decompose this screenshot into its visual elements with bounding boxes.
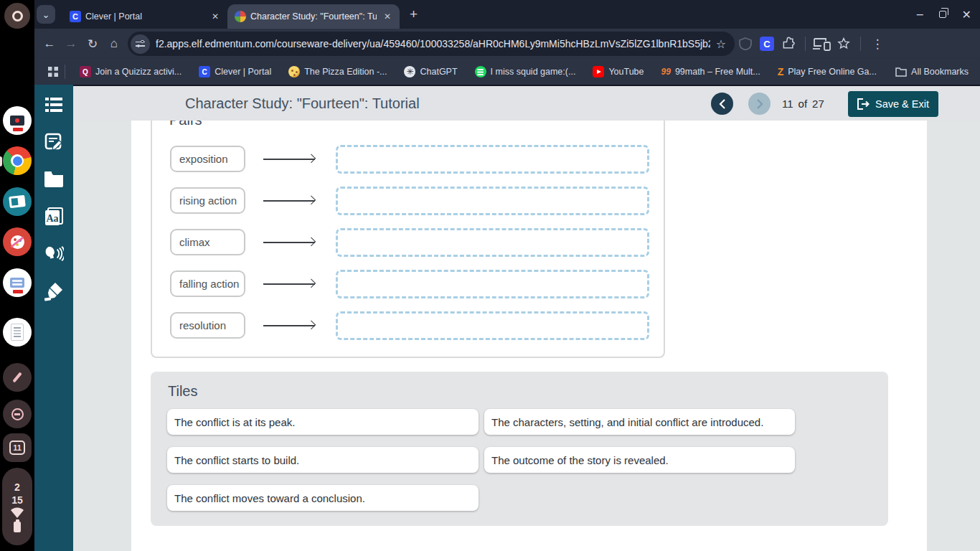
tab-close-icon[interactable]: ✕ — [381, 10, 394, 23]
lesson-title: Character Study: "Fourteen": Tutorial — [185, 86, 420, 121]
table-of-contents-button[interactable] — [44, 95, 64, 115]
home-button[interactable]: ⌂ — [103, 37, 125, 51]
bookmark-star-icon[interactable]: ☆ — [716, 37, 726, 51]
save-and-exit-button[interactable]: Save & Exit — [848, 91, 938, 117]
list-icon — [44, 96, 63, 113]
all-bookmarks-button[interactable]: All Bookmarks — [895, 67, 969, 77]
exit-icon — [857, 98, 870, 110]
drop-zone-exposition[interactable] — [336, 145, 649, 174]
next-page-button-disabled[interactable] — [748, 93, 771, 115]
minus-circle-icon — [11, 408, 24, 420]
tiles-heading: Tiles — [168, 383, 197, 400]
bookmark-play-free-online[interactable]: ZPlay Free Online Ga... — [778, 66, 877, 77]
bookmark-youtube[interactable]: YouTube — [593, 66, 644, 77]
dictionary-button[interactable]: Aa — [44, 207, 64, 227]
do-not-disturb-button[interactable] — [3, 400, 32, 428]
reload-button[interactable]: ↻ — [82, 37, 103, 52]
status-tray[interactable]: 2 15 — [2, 468, 32, 545]
previous-page-button[interactable] — [711, 93, 733, 115]
restore-button[interactable] — [939, 11, 946, 18]
arrow-right-icon — [263, 159, 315, 160]
wifi-icon — [10, 507, 24, 518]
shelf-app-4[interactable] — [3, 227, 32, 256]
minimize-button[interactable]: – — [917, 8, 923, 21]
calendar-button[interactable]: 11 — [3, 433, 32, 462]
page-total: 27 — [812, 98, 824, 110]
clever-extension-icon[interactable]: C — [760, 37, 774, 51]
pairs-card: Pairs exposition rising action climax fa… — [151, 121, 665, 358]
arrow-right-icon — [263, 242, 315, 243]
text-to-speech-button[interactable] — [44, 244, 64, 264]
pair-row: exposition — [152, 146, 664, 173]
notes-button[interactable] — [44, 132, 64, 152]
battery-icon — [14, 522, 21, 532]
window-controls: – ✕ — [917, 0, 980, 29]
bookmarks-star-badge-icon[interactable] — [833, 37, 854, 51]
tab-clever-portal[interactable]: C Clever | Portal ✕ — [62, 4, 227, 29]
app-badge — [13, 290, 23, 293]
drop-zone-falling-action[interactable] — [336, 270, 649, 298]
drop-zone-resolution[interactable] — [336, 311, 649, 340]
pen-icon — [12, 372, 22, 383]
shelf-app-1[interactable] — [3, 106, 32, 135]
bookmark-quizizz[interactable]: QJoin a Quizizz activi... — [80, 66, 182, 77]
shelf-app-5[interactable] — [3, 268, 32, 297]
clock-minute: 15 — [11, 494, 23, 506]
launcher-button[interactable] — [4, 3, 30, 29]
shelf-app-chrome[interactable] — [3, 146, 32, 175]
highlighter-button[interactable] — [44, 281, 64, 301]
forward-button[interactable]: → — [60, 37, 82, 51]
pair-row: rising action — [152, 187, 664, 215]
page-indicator: 11 of 27 — [782, 86, 824, 121]
bookmark-spotify[interactable]: I miss squid game:(... — [475, 66, 576, 77]
tab-close-icon[interactable]: ✕ — [209, 10, 222, 23]
tile-characters-introduced[interactable]: The characters, setting, and initial con… — [484, 409, 795, 435]
close-window-button[interactable]: ✕ — [962, 8, 971, 22]
tab-search-button[interactable]: ⌄ — [37, 5, 55, 24]
pair-label-falling-action: falling action — [170, 270, 245, 297]
lesson-tools-sidebar: Aa — [34, 85, 73, 551]
apps-grid-icon[interactable] — [47, 66, 59, 77]
pair-label-exposition: exposition — [170, 146, 245, 172]
drop-zone-climax[interactable] — [336, 228, 649, 257]
folder-icon — [44, 171, 64, 188]
folder-icon — [895, 67, 907, 77]
folder-resources-button[interactable] — [44, 169, 64, 189]
tune-icon — [136, 41, 145, 47]
shield-extension-icon[interactable] — [735, 37, 756, 50]
bookmark-99math[interactable]: 9999math – Free Mult... — [661, 67, 760, 77]
back-button[interactable]: ← — [39, 37, 60, 51]
chevron-left-icon — [718, 99, 727, 109]
bookmark-chatgpt[interactable]: ✳ChatGPT — [404, 66, 457, 77]
tab-character-study-active[interactable]: Character Study: "Fourteen": Tu ✕ — [227, 4, 400, 29]
quizizz-icon: Q — [80, 66, 91, 77]
browser-menu-button[interactable]: ⋮ — [867, 37, 888, 52]
bookmark-pizza-edition[interactable]: The Pizza Edition -... — [288, 66, 387, 77]
tile-conflict-builds[interactable]: The conflict starts to build. — [167, 447, 479, 473]
arrow-right-icon — [263, 283, 315, 285]
launcher-icon — [12, 11, 23, 22]
stylus-tools-button[interactable] — [3, 363, 32, 392]
shelf-app-6[interactable] — [3, 318, 32, 347]
highlighter-icon — [44, 281, 64, 301]
address-bar[interactable]: f2.apps.elf.edmentum.com/courseware-deli… — [128, 32, 735, 56]
tile-conflict-conclusion[interactable]: The conflict moves toward a conclusion. — [167, 485, 479, 511]
tab-title: Clever | Portal — [85, 11, 204, 22]
page-current: 11 — [782, 98, 793, 110]
clever-icon: C — [199, 66, 210, 77]
app-logo-icon — [10, 116, 24, 126]
browser-window: ⌄ C Clever | Portal ✕ Character Study: "… — [34, 0, 980, 86]
pair-row: resolution — [152, 312, 664, 339]
lesson-content: Pairs exposition rising action climax fa… — [73, 121, 980, 551]
site-settings-button[interactable] — [131, 34, 150, 54]
tile-conflict-peak[interactable]: The conflict is at its peak. — [167, 409, 479, 435]
bookmark-clever[interactable]: CClever | Portal — [199, 66, 271, 77]
shelf-app-3[interactable] — [3, 187, 32, 216]
devices-icon[interactable] — [811, 37, 833, 51]
tile-outcome-revealed[interactable]: The outcome of the story is revealed. — [484, 447, 795, 473]
drop-zone-rising-action[interactable] — [336, 187, 649, 215]
new-tab-button[interactable]: + — [410, 6, 418, 22]
clever-favicon: C — [70, 11, 81, 22]
extensions-puzzle-icon[interactable] — [778, 37, 799, 51]
edmentum-favicon — [235, 11, 246, 22]
